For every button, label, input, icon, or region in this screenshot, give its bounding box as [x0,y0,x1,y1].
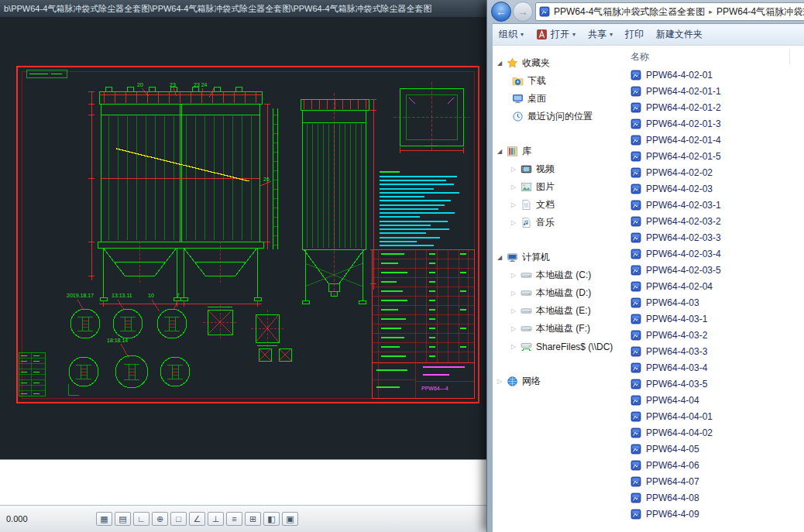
organize-button[interactable]: 组织 ▾ [499,28,524,41]
svg-text:26: 26 [263,177,270,182]
file-item[interactable]: PPW64-4-09 [615,506,804,522]
desktop-icon [511,93,524,105]
file-item[interactable]: PPW64-4-02-03-4 [615,245,804,262]
sidebar-item-videos[interactable]: ▷ 视频 [493,160,615,178]
open-button[interactable]: 打开 ▾ [536,28,576,41]
dwg-file-icon [630,297,641,308]
back-button[interactable]: ← [491,2,511,22]
file-item[interactable]: PPW64-4-02-03-2 [615,213,804,229]
network-icon [506,376,518,387]
collapsed-arrow-icon[interactable]: ▷ [511,166,520,173]
ortho-icon[interactable]: ∟ [133,512,149,526]
collapsed-arrow-icon[interactable]: ▷ [511,325,520,332]
breadcrumb-segment[interactable]: PPW64-4气箱脉冲袋式除尘器全套图 [715,5,804,19]
detail-circles: 2019.18.17 13:13.11 10 7 18:18.14 [67,293,291,395]
quickview-icon[interactable]: ◧ [263,512,280,526]
sidebar-item-favorites[interactable]: ◢ 收藏夹 [493,54,615,72]
file-item[interactable]: PPW64-4-03 [615,294,804,311]
drive-icon [520,287,532,299]
breadcrumb-arrow-icon[interactable]: ▸ [706,8,715,15]
file-item[interactable]: PPW64-4-02-03-1 [615,197,804,213]
drive-icon [520,305,532,317]
file-item[interactable]: PPW64-4-05 [615,441,804,457]
sidebar-item-pictures[interactable]: ▷ 图片 [493,178,615,196]
ducs-icon[interactable]: ⊥ [208,512,224,526]
sidebar-item-desktop[interactable]: 桌面 [493,90,615,108]
file-item[interactable]: PPW64-4-07 [615,473,804,489]
dwg-file-icon [630,379,641,390]
sidebar-item-label: 库 [522,145,531,158]
collapsed-arrow-icon[interactable]: ▷ [497,378,506,385]
collapsed-arrow-icon[interactable]: ▷ [511,272,520,279]
grid-icon[interactable]: ▤ [115,512,131,526]
file-item[interactable]: PPW64-4-02-01 [615,67,804,83]
collapsed-arrow-icon[interactable]: ▷ [511,307,520,314]
file-item[interactable]: PPW64-4-02-04 [615,278,804,294]
file-item[interactable]: PPW64-4-02-02 [615,164,804,180]
sidebar-item-downloads[interactable]: 下载 [493,72,615,90]
forward-button[interactable]: → [513,2,533,22]
file-item[interactable]: PPW64-4-03-3 [615,343,804,359]
file-item[interactable]: PPW64-4-02-03-5 [615,262,804,278]
new-folder-button[interactable]: 新建文件夹 [656,28,703,41]
explorer-content-frame: 组织 ▾ 打开 ▾ 共享 ▾ 打印 新建文件夹 [493,23,804,532]
file-item[interactable]: PPW64-4-02-01-2 [615,99,804,115]
address-folder-icon [539,6,550,17]
share-button[interactable]: 共享 ▾ [588,28,613,41]
file-item[interactable]: PPW64-4-04-01 [615,408,804,424]
sidebar-item-music[interactable]: ▷ 音乐 [493,214,615,232]
file-item[interactable]: PPW64-4-03-1 [615,311,804,327]
sidebar-item-libraries[interactable]: ◢ 库 [493,142,615,160]
file-item[interactable]: PPW64-4-03-4 [615,359,804,376]
dwg-file-icon [630,395,641,406]
print-label: 打印 [625,28,644,41]
expanded-arrow-icon[interactable]: ◢ [497,60,506,67]
parts-table: PPW64—4 [372,249,474,398]
file-item[interactable]: PPW64-4-02-01-4 [615,132,804,148]
expanded-arrow-icon[interactable]: ◢ [497,254,506,261]
collapsed-arrow-icon[interactable]: ▷ [511,184,520,190]
svg-text:10: 10 [148,293,154,298]
file-item[interactable]: PPW64-4-08 [615,489,804,506]
file-item[interactable]: PPW64-4-02-01-5 [615,148,804,164]
otrack-icon[interactable]: ∠ [189,512,205,526]
file-item[interactable]: PPW64-4-02-01-3 [615,115,804,132]
collapsed-arrow-icon[interactable]: ▷ [511,201,520,208]
dwg-file-icon [630,411,641,422]
sidebar-item-documents[interactable]: ▷ 文档 [493,196,615,214]
sidebar-item-local-disk-f[interactable]: ▷ 本地磁盘 (F:) [493,320,615,338]
annotation-icon[interactable]: ▣ [282,512,298,526]
sidebar-item-local-disk-c[interactable]: ▷ 本地磁盘 (C:) [493,266,615,284]
sidebar-item-local-disk-e[interactable]: ▷ 本地磁盘 (E:) [493,302,615,320]
file-name: PPW64-4-02-01-5 [646,151,721,162]
file-item[interactable]: PPW64-4-02-01-1 [615,83,804,99]
file-item[interactable]: PPW64-4-03-2 [615,327,804,343]
model-icon[interactable]: ⊞ [245,512,261,526]
osnap-icon[interactable]: □ [170,512,187,526]
snap-icon[interactable]: ▦ [96,512,112,526]
explorer-toolbar: 组织 ▾ 打开 ▾ 共享 ▾ 打印 新建文件夹 [493,24,804,46]
sidebar-item-computer[interactable]: ◢ 计算机 [493,249,615,266]
breadcrumb-segment[interactable]: PPW64-4气箱脉冲袋式除尘器全套图 [552,5,706,19]
polar-icon[interactable]: ⊕ [152,512,168,526]
expanded-arrow-icon[interactable]: ◢ [497,148,506,155]
file-item[interactable]: PPW64-4-04-02 [615,424,804,441]
sidebar-item-recent-places[interactable]: 最近访问的位置 [493,108,615,125]
address-bar[interactable]: PPW64-4气箱脉冲袋式除尘器全套图 ▸ PPW64-4气箱脉冲袋式除尘器全套… [535,2,804,21]
sidebar-item-local-disk-d[interactable]: ▷ 本地磁盘 (D:) [493,284,615,302]
file-item[interactable]: PPW64-4-04 [615,392,804,408]
collapsed-arrow-icon[interactable]: ▷ [511,219,520,226]
lineweight-icon[interactable]: ≡ [226,512,242,526]
file-item[interactable]: PPW64-4-02-03 [615,180,804,197]
file-item[interactable]: PPW64-4-03-5 [615,376,804,392]
computer-icon [506,252,518,263]
file-item[interactable]: PPW64-4-02-03-3 [615,229,804,245]
print-button[interactable]: 打印 [625,28,644,41]
file-item[interactable]: PPW64-4-06 [615,457,804,473]
column-header-name[interactable]: 名称 [630,49,790,64]
sidebar-item-network[interactable]: ▷ 网络 [493,372,615,390]
sidebar-item-sharefiles[interactable]: ▷ ShareFiles$ (\\DC) [493,338,615,355]
collapsed-arrow-icon[interactable]: ▷ [511,290,520,297]
file-name: PPW64-4-02-01-1 [646,86,721,97]
collapsed-arrow-icon[interactable]: ▷ [511,343,520,350]
